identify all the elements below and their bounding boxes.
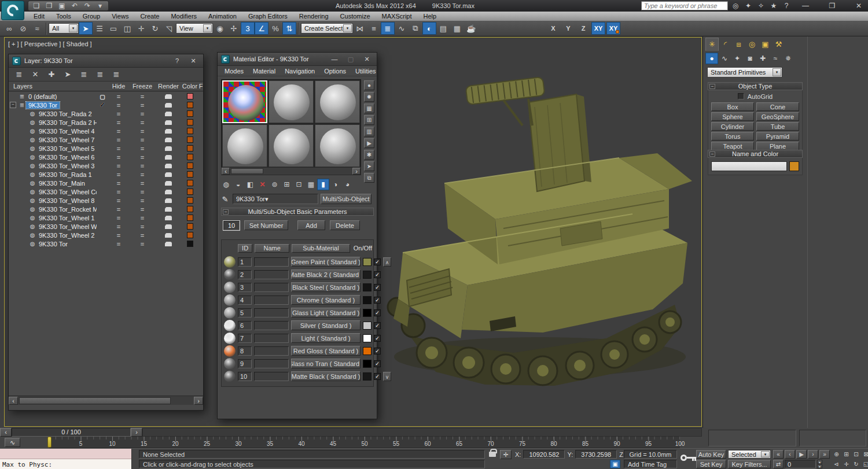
- scroll-right-button[interactable]: ›: [352, 168, 361, 175]
- render-setup-icon[interactable]: ▤: [436, 22, 450, 35]
- layer-color-swatch[interactable]: [187, 110, 193, 117]
- list-scroll-arrow[interactable]: [383, 296, 391, 305]
- color-cell[interactable]: [181, 223, 198, 230]
- favorites-star-icon[interactable]: ★: [767, 1, 780, 10]
- listener-script-row[interactable]: Max to Physc:: [0, 459, 131, 469]
- material-color-swatch[interactable]: [363, 283, 372, 291]
- list-scroll-arrow[interactable]: [383, 334, 391, 343]
- render-cell[interactable]: [156, 146, 181, 151]
- color-cell[interactable]: [181, 145, 198, 152]
- zoom-extents-all-icon[interactable]: ⊠: [862, 450, 868, 459]
- layer-name[interactable]: 9K330 Tor_Wheel 8: [36, 197, 97, 204]
- material-color-swatch[interactable]: [363, 296, 372, 304]
- material-name-field[interactable]: [254, 359, 289, 368]
- category-lights-icon[interactable]: ✦: [731, 53, 744, 64]
- sample-uv-tiling-icon[interactable]: ⊞: [364, 115, 374, 125]
- unlink-selection-icon[interactable]: ⊘: [16, 22, 30, 35]
- menu-item[interactable]: Modes: [220, 67, 248, 76]
- menu-item[interactable]: Create: [134, 12, 165, 21]
- freeze-toggle[interactable]: [129, 110, 156, 117]
- window-crossing-icon[interactable]: ◫: [120, 22, 134, 35]
- layer-name[interactable]: 9K330 Tor_Rada 2: [36, 110, 94, 117]
- material-sample-slot[interactable]: [222, 124, 267, 167]
- color-cell[interactable]: [181, 136, 198, 143]
- axis-constraint-button[interactable]: XY: [591, 22, 605, 35]
- sub-material-button[interactable]: Glass Light ( Standard ): [291, 308, 361, 317]
- time-slider-value[interactable]: 0 / 100: [12, 428, 131, 437]
- layer-name[interactable]: 9K330 Tor_Wheel 7: [36, 136, 97, 143]
- object-type-button[interactable]: Torus: [711, 132, 754, 141]
- material-onoff-checkbox[interactable]: ✓: [374, 297, 381, 304]
- snaps-toggle-icon[interactable]: 3: [241, 22, 255, 35]
- category-shapes-icon[interactable]: ∿: [718, 53, 731, 64]
- search-input[interactable]: [641, 1, 728, 10]
- object-type-rollout-header[interactable]: − Object Type: [708, 82, 803, 90]
- material-count-field[interactable]: 10: [223, 221, 240, 230]
- sub-material-button[interactable]: Matte Black ( Standard ): [291, 371, 361, 381]
- add-button[interactable]: Add: [297, 220, 325, 230]
- material-options-icon[interactable]: ✱: [364, 150, 374, 160]
- material-id-field[interactable]: 7: [238, 334, 252, 343]
- layer-name[interactable]: 9K330 Tor_Wheel 1: [36, 215, 97, 221]
- sub-material-button[interactable]: Black Steel ( Standard ): [291, 282, 361, 292]
- object-type-button[interactable]: Sphere: [711, 112, 754, 121]
- category-space-warps-icon[interactable]: ≈: [769, 53, 782, 64]
- key-mode-toggle[interactable]: ⇄: [773, 460, 784, 468]
- layer-row[interactable]: 9K330 Tor_Main: [9, 179, 203, 187]
- tab-create[interactable]: ✳: [705, 38, 719, 51]
- material-name-field[interactable]: [254, 321, 289, 330]
- autogrid-checkbox[interactable]: [738, 93, 744, 99]
- make-preview-icon[interactable]: ▶: [364, 138, 374, 148]
- freeze-toggle[interactable]: [129, 180, 156, 187]
- render-cell[interactable]: [156, 164, 181, 168]
- hide-toggle[interactable]: [108, 206, 129, 213]
- material-id-field[interactable]: 6: [238, 321, 252, 330]
- freeze-toggle[interactable]: [129, 206, 156, 213]
- material-editor-titlebar[interactable]: Material Editor - 9K330 Tor — ▢ ✕: [218, 53, 377, 66]
- layer-row[interactable]: 9K330 Tor_Wheel 8: [9, 196, 203, 205]
- put-to-library-icon[interactable]: ⊞: [281, 179, 293, 190]
- object-name-field[interactable]: [711, 161, 787, 171]
- tab-display[interactable]: ▣: [759, 38, 772, 51]
- color-cell[interactable]: [181, 215, 198, 221]
- zoom-icon[interactable]: ⊕: [832, 450, 841, 459]
- select-by-material-icon[interactable]: ➤: [364, 161, 374, 171]
- material-name-field[interactable]: [254, 308, 289, 317]
- axis-constraint-button[interactable]: XY: [606, 22, 620, 35]
- material-color-swatch[interactable]: [363, 372, 372, 381]
- object-type-button[interactable]: Pyramid: [756, 132, 799, 141]
- hide-toggle[interactable]: [108, 128, 129, 135]
- list-scroll-arrow[interactable]: [383, 308, 391, 317]
- video-color-check-icon[interactable]: ▥: [364, 127, 374, 136]
- current-frame-field[interactable]: 0: [785, 460, 816, 468]
- layer-name[interactable]: 9K330 Tor_Wheel 6: [36, 154, 97, 161]
- add-selection-to-layer-icon[interactable]: ✚: [45, 69, 58, 80]
- freeze-toggle[interactable]: [129, 163, 156, 169]
- layer-color-swatch[interactable]: [187, 154, 193, 160]
- menu-item[interactable]: Navigation: [280, 67, 319, 76]
- set-key-button[interactable]: Set Key: [696, 460, 726, 468]
- freeze-toggle[interactable]: [129, 128, 156, 135]
- axis-constraint-button[interactable]: Z: [576, 22, 590, 35]
- menu-item[interactable]: Utilities: [351, 67, 380, 76]
- material-color-swatch[interactable]: [363, 360, 372, 368]
- list-scroll-arrow[interactable]: [383, 321, 391, 330]
- layer-name[interactable]: 9K330 Tor_Rocket Main: [36, 206, 97, 213]
- material-name-field[interactable]: [254, 346, 289, 356]
- hide-toggle[interactable]: [108, 163, 129, 169]
- field-of-view-icon[interactable]: ⊲: [832, 460, 841, 468]
- layer-row[interactable]: 9K330 Tor_Wheel 1: [9, 213, 203, 222]
- render-cell[interactable]: [156, 103, 181, 108]
- maximize-viewport-icon[interactable]: ◱: [862, 460, 868, 468]
- select-and-link-icon[interactable]: ∞: [2, 22, 16, 35]
- next-frame-button[interactable]: ›: [808, 450, 818, 459]
- go-to-end-button[interactable]: »: [819, 450, 830, 459]
- material-preview-sphere[interactable]: [224, 256, 236, 268]
- maxscript-mini-listener[interactable]: Max to Physc:: [0, 449, 132, 469]
- color-cell[interactable]: [181, 163, 198, 169]
- select-and-rotate-icon[interactable]: ↻: [148, 22, 162, 35]
- layer-color-swatch[interactable]: [187, 197, 193, 204]
- close-button[interactable]: ✕: [853, 1, 865, 10]
- render-cell[interactable]: [156, 172, 181, 177]
- align-icon[interactable]: ≡: [367, 22, 381, 35]
